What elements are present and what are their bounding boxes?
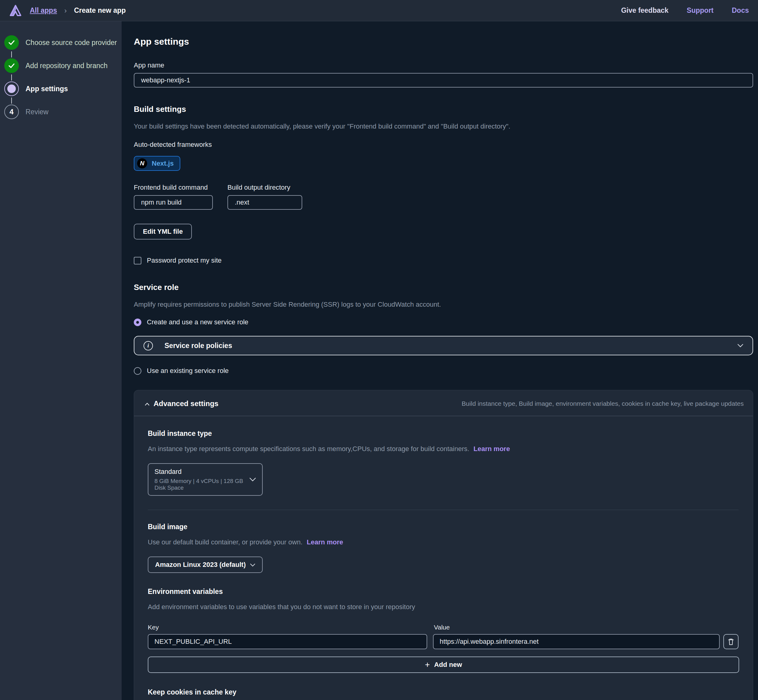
- existing-service-role-option[interactable]: Use an existing service role: [134, 367, 753, 375]
- build-instance-type-select[interactable]: Standard 8 GiB Memory | 4 vCPUs | 128 GB…: [148, 463, 263, 496]
- build-settings-description: Your build settings have been detected a…: [134, 122, 753, 130]
- password-protect-label: Password protect my site: [147, 256, 222, 264]
- top-navigation-bar: All apps › Create new app Give feedback …: [0, 0, 758, 21]
- build-instance-learn-more-link[interactable]: Learn more: [474, 445, 510, 453]
- step-complete-check-icon: [4, 58, 19, 73]
- topbar-links: Give feedback Support Docs: [621, 6, 749, 15]
- new-service-role-label: Create and use a new service role: [147, 318, 248, 326]
- step-app-settings[interactable]: App settings: [4, 81, 122, 96]
- service-role-title: Service role: [134, 283, 753, 292]
- advanced-settings-panel: Advanced settings Build instance type, B…: [134, 390, 753, 700]
- build-command-row: Frontend build command Build output dire…: [134, 184, 753, 210]
- breadcrumb-chevron-icon: ›: [64, 6, 67, 15]
- trash-icon: [727, 638, 735, 645]
- env-key-input[interactable]: [148, 634, 427, 649]
- breadcrumb-current: Create new app: [74, 6, 125, 15]
- build-settings-title: Build settings: [134, 105, 753, 114]
- frontend-build-command-label: Frontend build command: [134, 184, 213, 192]
- add-env-var-button[interactable]: + Add new: [148, 656, 739, 673]
- build-instance-selected-name: Standard: [155, 468, 249, 476]
- frontend-build-command-field: Frontend build command: [134, 184, 213, 210]
- password-protect-row[interactable]: Password protect my site: [134, 256, 753, 264]
- step-label: Add repository and branch: [25, 62, 108, 70]
- service-role-policies-expander[interactable]: i Service role policies: [134, 336, 753, 355]
- plus-icon: +: [425, 661, 430, 669]
- env-value-input[interactable]: [433, 634, 720, 649]
- main-content: App settings App name Build settings You…: [122, 21, 758, 700]
- build-output-directory-field: Build output directory: [227, 184, 302, 210]
- nextjs-logo-icon: N: [137, 158, 147, 169]
- build-instance-type-title: Build instance type: [148, 430, 739, 438]
- build-output-directory-label: Build output directory: [227, 184, 302, 192]
- edit-yml-file-button[interactable]: Edit YML file: [134, 224, 192, 239]
- build-image-select[interactable]: Amazon Linux 2023 (default): [148, 556, 263, 573]
- advanced-settings-header[interactable]: Advanced settings Build instance type, B…: [134, 390, 753, 416]
- support-link[interactable]: Support: [687, 6, 714, 15]
- step-review[interactable]: 4 Review: [4, 105, 122, 119]
- app-name-input[interactable]: [134, 73, 753, 88]
- step-current-indicator-icon: [4, 81, 19, 96]
- build-instance-desc-text: An instance type represents compute spec…: [148, 445, 469, 453]
- docs-link[interactable]: Docs: [732, 6, 749, 15]
- chevron-down-icon: [737, 342, 743, 350]
- framework-badge-label: Next.js: [152, 159, 173, 167]
- build-image-learn-more-link[interactable]: Learn more: [307, 538, 343, 546]
- keep-cookies-title: Keep cookies in cache key: [148, 688, 739, 696]
- advanced-settings-summary: Build instance type, Build image, enviro…: [461, 400, 744, 407]
- step-label: Choose source code provider: [25, 39, 117, 47]
- info-icon: i: [144, 341, 153, 350]
- advanced-settings-title: Advanced settings: [153, 399, 218, 408]
- service-role-policies-label: Service role policies: [164, 342, 232, 350]
- advanced-settings-body: Build instance type An instance type rep…: [134, 416, 753, 700]
- build-image-desc-text: Use our default build container, or prov…: [148, 538, 303, 546]
- give-feedback-link[interactable]: Give feedback: [621, 6, 669, 15]
- existing-service-role-label: Use an existing service role: [147, 367, 229, 375]
- add-env-var-label: Add new: [434, 661, 462, 669]
- step-complete-check-icon: [4, 35, 19, 50]
- page-title: App settings: [134, 36, 753, 47]
- wizard-steps-sidebar: Choose source code provider Add reposito…: [0, 21, 122, 700]
- auto-detected-frameworks-label: Auto-detected frameworks: [134, 141, 753, 148]
- nextjs-framework-badge[interactable]: N Next.js: [134, 156, 180, 171]
- build-image-selected: Amazon Linux 2023 (default): [155, 561, 246, 569]
- chevron-down-icon: [249, 476, 256, 484]
- service-role-description: Amplify requires permissions to publish …: [134, 301, 753, 308]
- step-add-repository[interactable]: Add repository and branch: [4, 58, 122, 73]
- password-protect-checkbox[interactable]: [134, 257, 141, 264]
- env-key-label: Key: [148, 624, 428, 631]
- env-var-column-labels: Key Value: [148, 624, 739, 631]
- app-name-label: App name: [134, 61, 753, 69]
- step-label: Review: [25, 108, 48, 116]
- amplify-logo-icon[interactable]: [9, 4, 22, 17]
- chevron-down-icon: [250, 561, 255, 569]
- existing-service-role-radio[interactable]: [134, 367, 141, 375]
- new-service-role-radio[interactable]: [134, 319, 141, 326]
- build-output-directory-input[interactable]: [227, 195, 302, 210]
- delete-env-var-button[interactable]: [723, 634, 739, 649]
- build-instance-selected: Standard 8 GiB Memory | 4 vCPUs | 128 GB…: [155, 468, 249, 491]
- build-instance-selected-detail: 8 GiB Memory | 4 vCPUs | 128 GB Disk Spa…: [155, 478, 249, 491]
- step-label: App settings: [25, 85, 68, 93]
- chevron-up-icon: [141, 400, 153, 407]
- env-value-label: Value: [434, 624, 450, 631]
- new-service-role-option[interactable]: Create and use a new service role: [134, 318, 753, 326]
- build-image-title: Build image: [148, 523, 739, 531]
- build-image-description: Use our default build container, or prov…: [148, 538, 739, 546]
- env-var-row: [148, 634, 739, 649]
- breadcrumb-all-apps-link[interactable]: All apps: [30, 6, 57, 15]
- build-instance-type-description: An instance type represents compute spec…: [148, 445, 739, 453]
- environment-variables-description: Add environment variables to use variabl…: [148, 603, 739, 611]
- frontend-build-command-input[interactable]: [134, 195, 213, 210]
- step-number-badge: 4: [4, 105, 19, 119]
- step-choose-source[interactable]: Choose source code provider: [4, 35, 122, 50]
- environment-variables-title: Environment variables: [148, 588, 739, 596]
